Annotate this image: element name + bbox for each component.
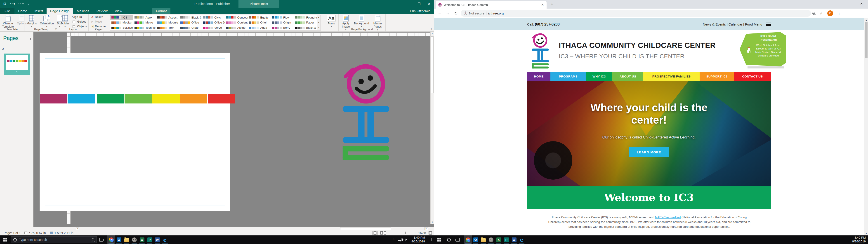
excel-taskbar-button[interactable]: X <box>495 236 502 244</box>
panel-sort-icon[interactable]: ◢ <box>2 47 4 50</box>
guides-button[interactable]: Guides▾ <box>60 15 70 28</box>
zoom-thumb[interactable] <box>405 232 405 234</box>
maximize-button[interactable]: ❐ <box>414 0 424 8</box>
folder-taskbar-button[interactable] <box>123 236 130 244</box>
tray-overflow-icon[interactable]: ⌃ <box>393 238 395 242</box>
tab-file[interactable]: File <box>0 8 14 14</box>
site-info-icon[interactable]: i <box>464 11 467 15</box>
scheme-item[interactable]: Urban <box>179 25 202 30</box>
nav-item-contact-us[interactable]: CONTACT US <box>734 72 771 81</box>
collapse-ribbon-icon[interactable]: ∧ <box>430 28 432 30</box>
taskbar-search-input[interactable]: Type here to search <box>11 236 97 243</box>
scroll-right-icon[interactable]: ▶ <box>425 227 428 230</box>
critter-taskbar-button[interactable] <box>130 236 138 244</box>
volume-icon[interactable] <box>405 239 408 241</box>
undo-icon[interactable]: ↶ ▾ <box>10 2 15 6</box>
edge-taskbar-button[interactable]: e <box>161 236 169 244</box>
vertical-scroll-thumb[interactable] <box>431 36 434 93</box>
chrome-menu-icon[interactable]: ⋮ <box>837 11 841 16</box>
url-text[interactable]: icthree.org <box>488 11 504 15</box>
tab-insert[interactable]: Insert <box>31 8 46 14</box>
nav-item-programs[interactable]: PROGRAMS <box>550 72 586 81</box>
close-button[interactable]: ✕ <box>424 0 434 8</box>
address-bar[interactable]: i Not secure icthree.org <box>461 10 811 17</box>
scheme-item[interactable]: Median <box>110 20 133 25</box>
scheme-item[interactable]: Oriel <box>248 20 271 25</box>
scheme-item[interactable]: Alpine <box>225 25 248 30</box>
scroll-up-icon[interactable]: ▲ <box>864 18 868 22</box>
zoom-out-icon[interactable]: – <box>388 231 390 235</box>
nav-item-about-us[interactable]: ABOUT US <box>612 72 643 81</box>
margins-button[interactable]: Margins▾ <box>26 15 37 28</box>
align-guides-checkbox[interactable]: Guides <box>72 20 88 24</box>
excel-taskbar-button[interactable]: X <box>138 236 146 244</box>
scheme-item[interactable]: Apex <box>133 15 156 20</box>
action-center-icon[interactable] <box>428 238 432 241</box>
chrome-taskbar-button[interactable] <box>107 236 115 244</box>
outlook-taskbar-button[interactable]: O <box>472 236 479 244</box>
color-rectangle[interactable] <box>180 94 208 103</box>
scheme-item[interactable]: Paper <box>293 20 317 25</box>
tab-format[interactable]: Format <box>152 8 170 14</box>
scheme-item[interactable]: IC3 <box>110 15 133 20</box>
scheme-item[interactable]: Black & ... <box>179 15 202 20</box>
learn-more-button[interactable]: LEARN MORE <box>629 147 669 157</box>
gallery-more-icon[interactable]: ⇟ <box>317 25 320 30</box>
board-presentation-badge[interactable]: IC3's Board Presentation Wed, October 2 … <box>740 32 786 66</box>
reload-button[interactable]: ↻ <box>453 10 459 17</box>
scroll-down-icon[interactable]: ▼ <box>864 232 868 236</box>
scheme-item[interactable]: Opulent <box>225 20 248 25</box>
scheme-item[interactable]: Verve <box>202 25 225 30</box>
menu-hamburger-icon[interactable] <box>766 23 771 26</box>
tab-page-design[interactable]: Page Design <box>46 8 73 14</box>
nav-item-home[interactable]: HOME <box>527 72 550 81</box>
forward-button[interactable]: → <box>444 10 451 17</box>
edge-taskbar-button[interactable]: e <box>518 236 526 244</box>
minimize-button[interactable]: — <box>404 0 414 8</box>
scheme-item[interactable]: Concourse <box>225 15 248 20</box>
scroll-up-icon[interactable]: ▲ <box>431 33 434 35</box>
word-taskbar-button[interactable]: W <box>510 236 518 244</box>
word-taskbar-button[interactable]: W <box>153 236 161 244</box>
color-rectangle[interactable] <box>208 94 235 103</box>
zoom-track[interactable] <box>392 233 412 233</box>
scheme-item[interactable]: Civic <box>202 15 225 20</box>
horizontal-scroll-thumb[interactable] <box>340 227 391 230</box>
canvas-vertical-scrollbar[interactable]: ▲ ▼ <box>430 32 434 224</box>
naeyc-link[interactable]: NAEYC-accredited <box>655 216 681 219</box>
tab-view[interactable]: View <box>111 8 126 14</box>
scheme-item[interactable]: Solstice <box>110 25 133 30</box>
color-rectangle[interactable] <box>125 94 152 103</box>
new-tab-button[interactable]: + <box>551 2 553 7</box>
page-setup-dialog-launcher[interactable]: ↘ <box>55 28 57 31</box>
object-position-status[interactable]: 7.75, 0.67 in. <box>24 231 47 235</box>
scheme-item[interactable]: Technic <box>133 25 156 30</box>
utility-links[interactable]: News & Events | Calendar | Food Menu <box>703 22 762 26</box>
task-view-button[interactable] <box>456 238 460 242</box>
scroll-left-icon[interactable]: ◀ <box>76 227 79 230</box>
start-button[interactable] <box>434 236 444 244</box>
folder-taskbar-button[interactable] <box>479 236 487 244</box>
zoom-slider[interactable]: – + <box>388 231 416 235</box>
bookmark-star-icon[interactable]: ☆ <box>819 11 823 16</box>
scheme-item[interactable]: Aqua <box>248 25 271 30</box>
gallery-up-icon[interactable]: ▲ <box>317 15 320 20</box>
chrome-taskbar-button[interactable] <box>464 236 472 244</box>
close-button[interactable]: ✕ <box>856 0 867 7</box>
tab-home[interactable]: Home <box>14 8 31 14</box>
taskbar-clock[interactable]: 3:40 PM9/26/2019 <box>852 236 866 244</box>
browser-scrollbar[interactable]: ▲ ▼ <box>864 18 868 236</box>
scheme-item[interactable]: Flow <box>271 15 294 20</box>
cortana-icon[interactable] <box>447 238 451 242</box>
canvas-horizontal-scrollbar[interactable]: ◀ ▶ <box>0 227 434 230</box>
fit-page-icon[interactable] <box>429 231 432 235</box>
canvas-color-strip[interactable] <box>40 94 235 103</box>
page-count-status[interactable]: Page: 1 of 1 <box>4 231 21 235</box>
scheme-item[interactable]: Black & ... <box>293 25 317 30</box>
object-size-status[interactable]: 1.59 x 2.71 in. <box>50 231 74 235</box>
tab-mailings[interactable]: Mailings <box>73 8 93 14</box>
tab-close-icon[interactable]: ✕ <box>541 3 544 6</box>
page-thumbnail[interactable]: 1 <box>4 54 30 75</box>
not-secure-label[interactable]: Not secure <box>469 11 485 15</box>
publisher-taskbar-button[interactable]: P <box>146 236 153 244</box>
